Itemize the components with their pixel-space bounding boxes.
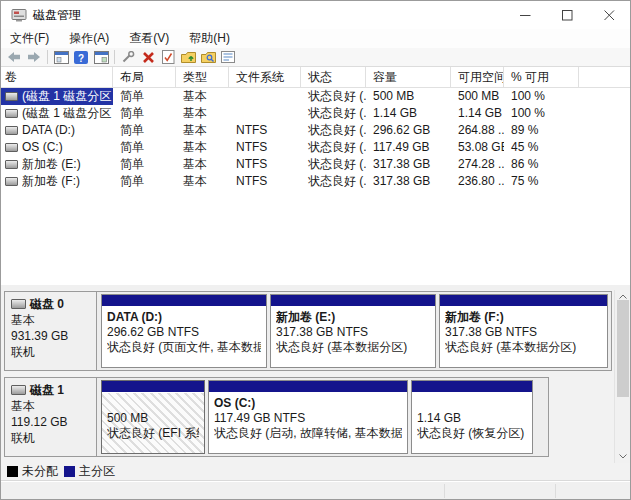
volume-cell: 新加卷 (E:) xyxy=(1,156,113,173)
partition-name: DATA (D:) xyxy=(107,310,261,325)
menu-action[interactable]: 操作(A) xyxy=(59,29,119,48)
volume-name: (磁盘 1 磁盘分区 4) xyxy=(22,105,113,122)
close-button[interactable] xyxy=(588,1,630,29)
volume-cell: (磁盘 1 磁盘分区 4) xyxy=(1,105,113,122)
partition-status: 状态良好 (启动, 故障转储, 基本数据分区) xyxy=(214,426,402,441)
statusbar-divider xyxy=(555,484,556,498)
status-cell: 状态良好 (... xyxy=(301,156,366,173)
drive-icon xyxy=(5,109,18,118)
status-cell: 状态良好 (... xyxy=(301,105,366,122)
partition-header-bar xyxy=(271,295,435,307)
empty-cell xyxy=(579,156,631,173)
column-header-pct-free[interactable]: % 可用 xyxy=(504,67,579,87)
tool-icon[interactable] xyxy=(118,48,138,66)
partition-recovery[interactable]: 1.14 GB 状态良好 (恢复分区) xyxy=(411,380,533,454)
show-action-pane-icon[interactable] xyxy=(91,48,111,66)
partition-name: OS (C:) xyxy=(214,396,402,411)
partition-data-d[interactable]: DATA (D:) 296.62 GB NTFS 状态良好 (页面文件, 基本数… xyxy=(101,294,267,368)
layout-cell: 简单 xyxy=(113,88,176,105)
scrollbar-thumb[interactable] xyxy=(617,300,629,397)
app-icon xyxy=(11,8,27,22)
free-space-cell: 264.88 ... xyxy=(451,122,504,139)
column-header-layout[interactable]: 布局 xyxy=(113,67,176,87)
table-row[interactable]: 新加卷 (F:) 简单 基本 NTFS 状态良好 (... 317.38 GB … xyxy=(1,173,631,190)
vertical-scrollbar[interactable] xyxy=(614,290,630,463)
pct-free-cell: 75 % xyxy=(504,173,579,190)
disk-size: 931.39 GB xyxy=(11,328,96,344)
table-row[interactable]: OS (C:) 简单 基本 NTFS 状态良好 (... 117.49 GB 5… xyxy=(1,139,631,156)
drive-icon xyxy=(5,143,18,152)
free-space-cell: 53.08 GB xyxy=(451,139,504,156)
status-bar xyxy=(1,480,631,500)
partition-new-f[interactable]: 新加卷 (F:) 317.38 GB NTFS 状态良好 (基本数据分区) xyxy=(439,294,608,368)
partition-name: 新加卷 (E:) xyxy=(276,310,430,325)
partition-name: 新加卷 (F:) xyxy=(445,310,602,325)
partition-info: 1.14 GB xyxy=(417,411,527,426)
column-header-type[interactable]: 类型 xyxy=(176,67,229,87)
show-console-tree-icon[interactable] xyxy=(51,48,71,66)
layout-cell: 简单 xyxy=(113,156,176,173)
capacity-cell: 1.14 GB xyxy=(366,105,451,122)
column-header-status[interactable]: 状态 xyxy=(301,67,366,87)
column-header-free[interactable]: 可用空间 xyxy=(451,67,504,87)
menu-help[interactable]: 帮助(H) xyxy=(179,29,240,48)
partition-header-bar xyxy=(209,381,407,393)
type-cell: 基本 xyxy=(176,88,229,105)
disk-1-label[interactable]: 磁盘 1 基本 119.12 GB 联机 xyxy=(5,378,97,456)
scroll-down-icon[interactable] xyxy=(615,450,631,463)
volume-name: 新加卷 (F:) xyxy=(22,173,80,190)
column-header-filesystem[interactable]: 文件系统 xyxy=(229,67,301,87)
back-icon[interactable] xyxy=(4,48,24,66)
forward-icon[interactable] xyxy=(24,48,44,66)
volume-list: 卷 布局 类型 文件系统 状态 容量 可用空间 % 可用 (磁盘 1 磁盘分区 … xyxy=(1,67,631,285)
table-row[interactable]: (磁盘 1 磁盘分区 1) 简单 基本 状态良好 (... 500 MB 500… xyxy=(1,88,631,105)
capacity-cell: 500 MB xyxy=(366,88,451,105)
table-row[interactable]: (磁盘 1 磁盘分区 4) 简单 基本 状态良好 (... 1.14 GB 1.… xyxy=(1,105,631,122)
volume-cell: DATA (D:) xyxy=(1,122,113,139)
partition-status: 状态良好 (基本数据分区) xyxy=(445,340,602,355)
minimize-icon xyxy=(520,10,531,21)
volume-cell: (磁盘 1 磁盘分区 1) xyxy=(1,88,113,105)
help-icon[interactable]: ? xyxy=(71,48,91,66)
disk-status: 联机 xyxy=(11,344,96,360)
disk-1-partitions: 500 MB 状态良好 (EFI 系统分区) OS (C:) 117.49 GB… xyxy=(97,378,548,456)
menu-view[interactable]: 查看(V) xyxy=(119,29,179,48)
layout-cell: 简单 xyxy=(113,105,176,122)
free-space-cell: 236.80 ... xyxy=(451,173,504,190)
pct-free-cell: 100 % xyxy=(504,88,579,105)
maximize-button[interactable] xyxy=(546,1,588,29)
column-header-volume[interactable]: 卷 xyxy=(1,67,113,87)
folder-up-icon[interactable] xyxy=(178,48,198,66)
details-icon[interactable] xyxy=(218,48,238,66)
delete-icon[interactable] xyxy=(138,48,158,66)
menu-file[interactable]: 文件(F) xyxy=(1,29,59,48)
svg-text:?: ? xyxy=(78,52,84,63)
disk-0-partitions: DATA (D:) 296.62 GB NTFS 状态良好 (页面文件, 基本数… xyxy=(97,292,611,370)
partition-header-bar xyxy=(102,295,266,307)
primary-partition-swatch xyxy=(64,466,75,477)
partition-efi[interactable]: 500 MB 状态良好 (EFI 系统分区) xyxy=(101,380,205,454)
drive-icon xyxy=(5,177,18,186)
folder-search-icon[interactable] xyxy=(198,48,218,66)
check-document-icon[interactable] xyxy=(158,48,178,66)
window-title: 磁盘管理 xyxy=(33,7,81,24)
disk-0-label[interactable]: 磁盘 0 基本 931.39 GB 联机 xyxy=(5,292,97,370)
status-cell: 状态良好 (... xyxy=(301,122,366,139)
partition-name xyxy=(417,396,527,411)
type-cell: 基本 xyxy=(176,173,229,190)
pct-free-cell: 89 % xyxy=(504,122,579,139)
partition-os-c[interactable]: OS (C:) 117.49 GB NTFS 状态良好 (启动, 故障转储, 基… xyxy=(208,380,408,454)
partition-info: 317.38 GB NTFS xyxy=(445,325,602,340)
column-header-capacity[interactable]: 容量 xyxy=(366,67,451,87)
minimize-button[interactable] xyxy=(504,1,546,29)
disk-name: 磁盘 1 xyxy=(30,382,64,398)
filesystem-cell: NTFS xyxy=(229,122,301,139)
partition-status: 状态良好 (页面文件, 基本数据分区) xyxy=(107,340,261,355)
table-row[interactable]: 新加卷 (E:) 简单 基本 NTFS 状态良好 (... 317.38 GB … xyxy=(1,156,631,173)
capacity-cell: 317.38 GB xyxy=(366,173,451,190)
filesystem-cell xyxy=(229,88,301,105)
filesystem-cell: NTFS xyxy=(229,156,301,173)
partition-new-e[interactable]: 新加卷 (E:) 317.38 GB NTFS 状态良好 (基本数据分区) xyxy=(270,294,436,368)
disk-name: 磁盘 0 xyxy=(30,296,64,312)
table-row[interactable]: DATA (D:) 简单 基本 NTFS 状态良好 (... 296.62 GB… xyxy=(1,122,631,139)
